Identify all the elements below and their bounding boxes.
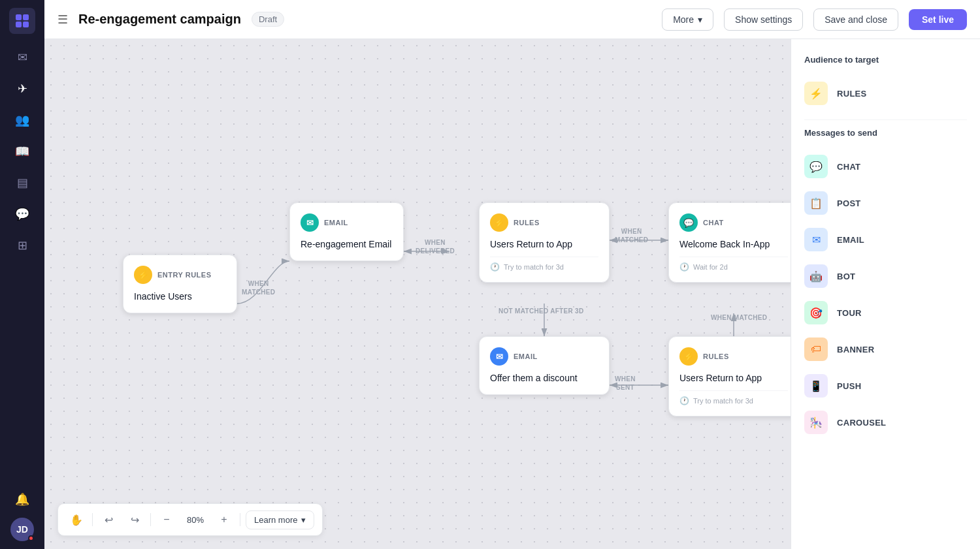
rules2-icon: ⚡: [679, 347, 698, 366]
rules-node-1[interactable]: ⚡ RULES Users Return to App 🕐 Try to mat…: [479, 202, 610, 283]
chat-title: Welcome Back In-App: [679, 238, 788, 250]
connector-when-matched-3: WHEN MATCHED: [711, 313, 767, 322]
audience-title: Audience to target: [804, 55, 967, 65]
panel-item-chat[interactable]: 💬 CHAT: [804, 148, 967, 185]
panel-item-push[interactable]: 📱 PUSH: [804, 368, 967, 404]
menu-icon[interactable]: ☰: [57, 12, 68, 27]
rules2-footer: 🕐 Try to match for 3d: [679, 390, 788, 405]
banner-panel-label: BANNER: [837, 345, 874, 354]
learn-more-label: Learn more: [254, 515, 297, 525]
notification-dot: [28, 535, 34, 541]
svg-rect-3: [23, 22, 29, 27]
tour-panel-icon: 🎯: [804, 301, 828, 324]
main-area: ☰ Re-engagement campaign Draft More ▾ Sh…: [44, 0, 980, 549]
bot-panel-label: BOT: [837, 272, 855, 281]
sidebar-item-notifications[interactable]: 🔔: [9, 486, 35, 512]
panel-item-rules[interactable]: ⚡ RULES: [804, 75, 967, 112]
email2-type: EMAIL: [514, 353, 538, 360]
undo-button[interactable]: ↩: [98, 509, 119, 530]
panel-item-bot[interactable]: 🤖 BOT: [804, 258, 967, 294]
zoom-level: 80%: [182, 515, 208, 525]
email1-type: EMAIL: [324, 219, 348, 227]
email2-title: Offer them a discount: [490, 372, 598, 384]
panel-divider: [804, 119, 967, 120]
banner-panel-icon: 🏷: [804, 337, 828, 361]
email-node-1[interactable]: ✉ EMAIL Re-engagement Email: [289, 202, 404, 261]
chat-header: 💬 CHAT: [679, 213, 788, 232]
sidebar-item-campaigns[interactable]: ✈: [9, 76, 35, 102]
entry-node-header: ⚡ ENTRY RULES: [134, 266, 226, 284]
bot-panel-icon: 🤖: [804, 264, 828, 288]
rules1-header: ⚡ RULES: [490, 213, 598, 232]
chat-panel-icon: 💬: [804, 155, 828, 178]
sidebar-item-contacts[interactable]: 👥: [9, 107, 35, 133]
entry-node[interactable]: ⚡ ENTRY RULES Inactive Users: [123, 255, 237, 313]
panel-item-tour[interactable]: 🎯 TOUR: [804, 294, 967, 331]
svg-rect-2: [16, 22, 22, 27]
push-panel-icon: 📱: [804, 374, 828, 398]
push-panel-label: PUSH: [837, 381, 861, 391]
entry-node-icon: ⚡: [134, 266, 152, 284]
panel-item-email[interactable]: ✉ EMAIL: [804, 221, 967, 258]
rules1-icon: ⚡: [490, 213, 508, 232]
set-live-button[interactable]: Set live: [909, 9, 967, 30]
status-badge: Draft: [252, 12, 284, 27]
zoom-out-button[interactable]: −: [156, 509, 177, 530]
panel-item-banner[interactable]: 🏷 BANNER: [804, 331, 967, 368]
learn-more-chevron-icon: ▾: [301, 515, 306, 525]
learn-more-button[interactable]: Learn more ▾: [246, 510, 314, 529]
right-panel: Audience to target ⚡ RULES Messages to s…: [791, 39, 980, 549]
rules1-footer: 🕐 Try to match for 3d: [490, 257, 598, 272]
tour-panel-label: TOUR: [837, 308, 862, 318]
messages-title: Messages to send: [804, 128, 967, 138]
toolbar-divider-3: [240, 513, 240, 526]
email2-header: ✉ EMAIL: [490, 347, 598, 366]
sidebar-item-inbox[interactable]: ✉: [9, 44, 35, 71]
connector-when-matched-2: WHENMATCHED: [615, 227, 648, 244]
entry-node-type: ENTRY RULES: [157, 271, 212, 279]
email2-icon: ✉: [490, 347, 508, 366]
sidebar-item-knowledge[interactable]: 📖: [9, 138, 35, 165]
email1-icon: ✉: [301, 213, 319, 232]
email-node-2[interactable]: ✉ EMAIL Offer them a discount: [479, 336, 610, 395]
connector-when-sent: WHENSENT: [615, 375, 636, 392]
chat-type: CHAT: [703, 219, 724, 227]
panel-item-post[interactable]: 📋 POST: [804, 185, 967, 221]
email-panel-label: EMAIL: [837, 235, 864, 245]
show-settings-button[interactable]: Show settings: [724, 8, 803, 31]
sidebar: ✉ ✈ 👥 📖 ▤ 💬 ⊞ 🔔 JD: [0, 0, 44, 549]
connector-not-matched: NOT MATCHED AFTER 3D: [498, 307, 583, 315]
page-title: Re-engagement campaign: [78, 12, 241, 27]
svg-rect-1: [23, 14, 29, 20]
connector-when-delivered: WHENDELIVERED: [416, 238, 455, 255]
more-button[interactable]: More ▾: [662, 8, 713, 31]
email1-title: Re-engagement Email: [301, 238, 393, 250]
panel-item-carousel[interactable]: 🎠 CAROUSEL: [804, 404, 967, 441]
save-close-button[interactable]: Save and close: [813, 8, 898, 31]
avatar-initials: JD: [16, 524, 28, 535]
app-logo[interactable]: [9, 8, 35, 34]
canvas[interactable]: ⚡ ENTRY RULES Inactive Users ✉ EMAIL Re-…: [44, 39, 791, 549]
sidebar-item-add-apps[interactable]: ⊞: [9, 232, 35, 259]
rules2-clock-icon: 🕐: [679, 396, 689, 405]
chat-icon: 💬: [679, 213, 698, 232]
chat-panel-label: CHAT: [837, 162, 860, 172]
entry-node-title: Inactive Users: [134, 290, 226, 302]
sidebar-item-messages[interactable]: 💬: [9, 201, 35, 227]
header: ☰ Re-engagement campaign Draft More ▾ Sh…: [44, 0, 980, 39]
rules-node-2[interactable]: ⚡ RULES Users Return to App 🕐 Try to mat…: [668, 336, 791, 416]
rules1-title: Users Return to App: [490, 238, 598, 250]
hand-tool-button[interactable]: ✋: [66, 509, 87, 530]
avatar[interactable]: JD: [10, 518, 34, 541]
chat-node[interactable]: 💬 CHAT Welcome Back In-App 🕐 Wait for 2d: [668, 202, 791, 283]
toolbar-divider-2: [150, 513, 151, 526]
post-panel-icon: 📋: [804, 191, 828, 215]
toolbar-divider-1: [92, 513, 93, 526]
zoom-in-button[interactable]: +: [214, 509, 235, 530]
rules-panel-label: RULES: [837, 89, 867, 99]
bottom-toolbar: ✋ ↩ ↪ − 80% + Learn more ▾: [57, 503, 323, 536]
redo-button[interactable]: ↪: [124, 509, 145, 530]
wait-clock-icon: 🕐: [679, 262, 689, 272]
sidebar-item-reports[interactable]: ▤: [9, 170, 35, 196]
connector-when-matched-1: WHENMATCHED: [242, 279, 275, 296]
